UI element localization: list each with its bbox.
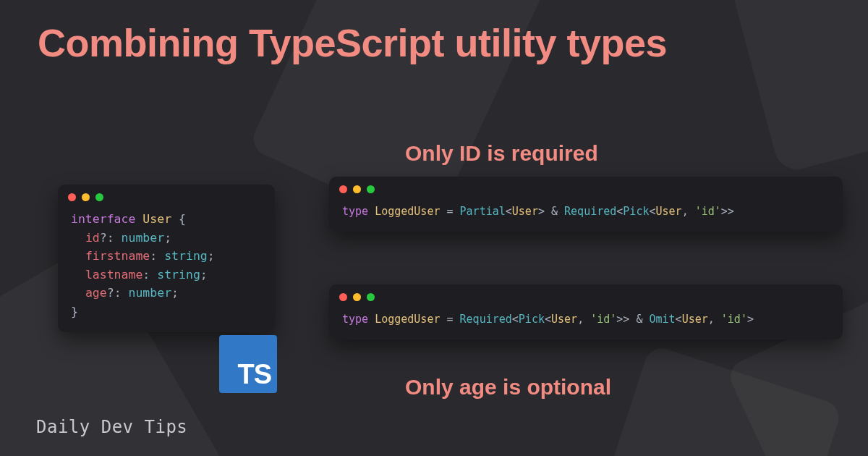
brand-label: Daily Dev Tips: [36, 417, 187, 437]
maximize-icon: [95, 193, 103, 201]
page-title: Combining TypeScript utility types: [38, 20, 752, 65]
close-icon: [339, 185, 347, 193]
code-window-interface: interface User { id?: number; firstname:…: [58, 185, 275, 332]
code-window-required-omit: type LoggedUser = Required<Pick<User, 'i…: [329, 284, 843, 339]
typescript-logo-text: TS: [237, 359, 271, 390]
minimize-icon: [353, 293, 361, 301]
code-block-type1: type LoggedUser = Partial<User> & Requir…: [329, 198, 843, 232]
window-controls: [329, 177, 843, 198]
code-block-interface: interface User { id?: number; firstname:…: [58, 206, 275, 332]
maximize-icon: [367, 185, 375, 193]
window-controls: [329, 284, 843, 305]
close-icon: [339, 293, 347, 301]
typescript-logo-icon: TS: [219, 335, 277, 393]
window-controls: [58, 185, 275, 206]
subtitle-optional: Only age is optional: [405, 375, 611, 400]
content-area: Combining TypeScript utility types Only …: [0, 0, 868, 456]
close-icon: [68, 193, 76, 201]
minimize-icon: [82, 193, 90, 201]
code-block-type2: type LoggedUser = Required<Pick<User, 'i…: [329, 305, 843, 339]
subtitle-required: Only ID is required: [405, 141, 598, 166]
code-window-partial-required: type LoggedUser = Partial<User> & Requir…: [329, 177, 843, 232]
maximize-icon: [367, 293, 375, 301]
minimize-icon: [353, 185, 361, 193]
